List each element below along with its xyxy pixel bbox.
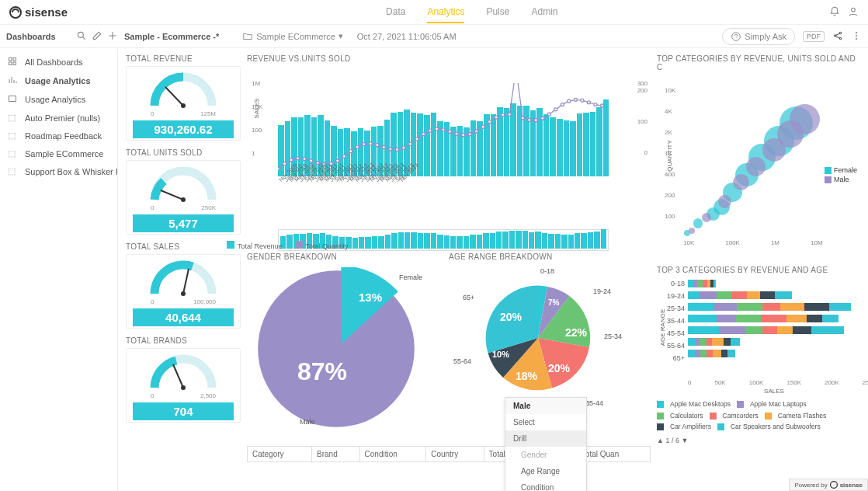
nav-data[interactable]: Data	[386, 2, 405, 23]
share-icon[interactable]	[832, 30, 843, 43]
svg-point-7	[856, 32, 857, 33]
legend-quantity[interactable]: Total Quantity	[306, 242, 349, 250]
svg-point-1	[852, 8, 856, 12]
svg-point-9	[856, 38, 857, 40]
sidebar-item-usage-analytics-1[interactable]: Usage Analytics	[0, 71, 117, 90]
powered-by[interactable]: Powered by sisense	[789, 479, 868, 491]
gauge-units-value: 5,477	[133, 214, 234, 232]
sidebar-item-support-box[interactable]: ⬚Support Box & Whisker Plot I...	[0, 162, 117, 180]
hbar-legend: Apple Mac DesktopsApple Mac LaptopsCalcu…	[657, 399, 860, 434]
edit-icon[interactable]	[92, 30, 102, 43]
col-country[interactable]: Country	[426, 447, 484, 462]
svg-point-8	[856, 35, 857, 37]
ctx-gender[interactable]: Gender	[505, 447, 586, 463]
svg-point-5	[839, 32, 841, 33]
revenue-vs-units-chart[interactable]: SALES 1M10K1001 3002001000 Nov 2009Jan 2…	[247, 66, 651, 242]
user-icon[interactable]	[848, 6, 859, 19]
bell-icon[interactable]	[829, 6, 840, 19]
svg-line-15	[165, 87, 183, 106]
data-table[interactable]: Category Brand Condition Country Total R…	[247, 446, 651, 462]
nav-analytics[interactable]: Analytics	[427, 2, 464, 23]
gauge-brands-value: 704	[133, 402, 234, 420]
pdf-button[interactable]: PDF	[803, 31, 825, 42]
svg-point-74	[830, 482, 837, 489]
svg-point-4	[834, 34, 835, 36]
ctx-age-range[interactable]: Age Range	[505, 463, 586, 479]
sidebar-item-usage-analytics-2[interactable]: Usage Analytics	[0, 90, 117, 109]
legend-female[interactable]: Female	[834, 166, 857, 174]
gauge-revenue-value: 930,260.62	[133, 120, 234, 138]
ctx-select[interactable]: Select	[505, 414, 586, 430]
context-menu: Male Select Drill Gender Age Range Condi…	[505, 397, 587, 491]
nav-admin[interactable]: Admin	[531, 2, 557, 23]
svg-rect-13	[13, 62, 16, 65]
sidebar-item-roadmap[interactable]: ⬚Roadmap Feedback	[0, 127, 117, 145]
search-icon[interactable]	[76, 30, 87, 43]
col-category[interactable]: Category	[248, 447, 312, 462]
scatter-chart[interactable]: QUANTITY 10K4K2K1K400200100 10K100K1M10M…	[657, 75, 860, 250]
col-quantity[interactable]: Total Quan	[576, 447, 650, 462]
dashboards-label: Dashboards	[6, 32, 56, 41]
age-pie-title: AGE RANGE BREAKDOWN	[449, 251, 627, 264]
legend-male[interactable]: Male	[834, 176, 849, 183]
gender-pie-title: GENDER BREAKDOWN	[247, 251, 441, 264]
svg-line-17	[161, 190, 183, 200]
svg-point-22	[181, 385, 186, 390]
sidebar-item-sample-ecommerce[interactable]: ⬚Sample ECommerce	[0, 145, 117, 162]
timestamp: Oct 27, 2021 11:06:05 AM	[357, 32, 457, 41]
gauge-revenue[interactable]: 0125M 930,260.62	[126, 66, 241, 141]
hbar-chart[interactable]: 0-1819-2425-3435-4445-5455-6465+	[657, 278, 860, 379]
gauge-units[interactable]: 0250K 5,477	[126, 160, 241, 235]
svg-line-21	[173, 364, 183, 388]
male-pct: 87%	[297, 357, 347, 386]
sidebar-item-all-dashboards[interactable]: All Dashboards	[0, 53, 117, 71]
svg-point-20	[181, 291, 186, 296]
female-label: Female	[399, 273, 422, 281]
svg-point-6	[839, 37, 841, 39]
svg-rect-11	[13, 58, 16, 61]
sidebar: All Dashboards Usage Analytics Usage Ana…	[0, 48, 118, 491]
svg-point-2	[78, 32, 83, 37]
ctx-condition[interactable]: Condition	[505, 479, 586, 491]
gauge-sales-title: TOTAL SALES	[126, 241, 241, 254]
svg-rect-10	[9, 58, 12, 61]
col-condition[interactable]: Condition	[359, 447, 426, 462]
revenue-chart-title: REVENUE vs.UNITS SOLD	[247, 53, 651, 66]
ctx-header: Male	[505, 398, 586, 414]
add-icon[interactable]	[107, 30, 118, 43]
svg-rect-12	[9, 62, 12, 65]
folder-breadcrumb[interactable]: Sample ECommerce ▾	[242, 31, 342, 42]
legend-revenue[interactable]: Total Revenue	[238, 242, 283, 250]
gauge-units-title: TOTAL UNITS SOLD	[126, 147, 241, 160]
hbar-title: TOP 3 CATEGORIES BY REVENUE AND AGE	[657, 264, 860, 277]
sidebar-item-auto-premier[interactable]: ⬚Auto Premier (nulls)	[0, 109, 117, 127]
svg-point-18	[181, 197, 186, 202]
svg-line-19	[183, 269, 189, 294]
brand-logo[interactable]: sisense	[9, 5, 68, 19]
col-brand[interactable]: Brand	[312, 447, 360, 462]
simply-ask-button[interactable]: Simply Ask	[722, 28, 795, 45]
nav-pulse[interactable]: Pulse	[486, 2, 509, 23]
svg-rect-14	[9, 96, 16, 102]
svg-point-3	[732, 32, 741, 40]
gauge-brands-title: TOTAL BRANDS	[126, 335, 241, 348]
male-label: Male	[300, 418, 315, 426]
female-pct: 13%	[359, 291, 382, 304]
gauge-sales-value: 40,644	[133, 308, 234, 326]
gender-pie[interactable]: Female Male 13% 87%	[247, 264, 441, 435]
ctx-drill[interactable]: Drill	[505, 430, 586, 447]
scatter-title: TOP CATEGORIES BY REVENUE, UNITS SOLD AN…	[657, 53, 860, 75]
dashboard-title[interactable]: Sample - Ecommerce -*	[124, 32, 219, 41]
gauge-revenue-title: TOTAL REVENUE	[126, 53, 241, 66]
more-icon[interactable]	[851, 30, 862, 43]
gauge-sales[interactable]: 0100,000 40,644	[126, 254, 241, 329]
svg-point-16	[181, 103, 186, 108]
gauge-brands[interactable]: 02,500 704	[126, 348, 241, 423]
